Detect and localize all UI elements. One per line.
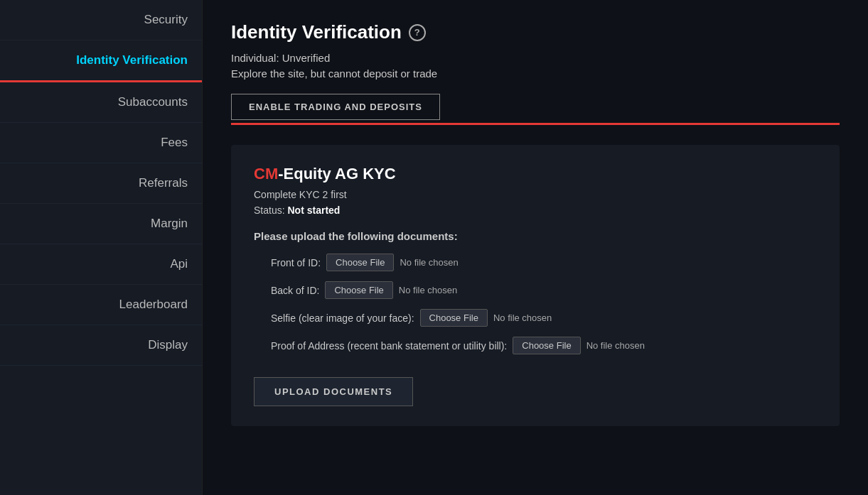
proof-address-no-file: No file chosen (586, 340, 645, 351)
back-id-label: Back of ID: (271, 285, 319, 296)
kyc-status-value: Not started (287, 205, 340, 216)
sidebar-item-margin[interactable]: Margin (0, 204, 202, 244)
sidebar-item-fees[interactable]: Fees (0, 123, 202, 163)
status-line: Individual: Unverified (231, 52, 840, 64)
section-divider (231, 123, 840, 125)
sidebar-item-display[interactable]: Display (0, 325, 202, 366)
proof-address-choose-file-button[interactable]: Choose File (513, 337, 580, 354)
selfie-file-input: Choose File No file chosen (420, 309, 552, 327)
list-item: Back of ID: Choose File No file chosen (271, 281, 817, 299)
list-item: Selfie (clear image of your face): Choos… (271, 309, 817, 327)
selfie-choose-file-button[interactable]: Choose File (420, 309, 488, 327)
upload-documents-button[interactable]: UPLOAD DOCUMENTS (254, 377, 413, 406)
back-id-no-file: No file chosen (399, 285, 457, 295)
list-item: Front of ID: Choose File No file chosen (271, 254, 817, 271)
front-id-label: Front of ID: (271, 257, 321, 268)
proof-address-label: Proof of Address (recent bank statement … (271, 340, 507, 352)
proof-address-file-input: Choose File No file chosen (513, 337, 645, 354)
document-list: Front of ID: Choose File No file chosen … (254, 254, 817, 354)
sidebar-item-api[interactable]: Api (0, 244, 202, 285)
sidebar-item-identity-verification[interactable]: Identity Verification (0, 40, 202, 82)
kyc-complete-note: Complete KYC 2 first (254, 189, 817, 200)
selfie-label: Selfie (clear image of your face): (271, 312, 414, 324)
selfie-no-file: No file chosen (493, 312, 552, 323)
front-id-file-input: Choose File No file chosen (326, 254, 459, 271)
kyc-status: Status: Not started (254, 205, 817, 216)
front-id-choose-file-button[interactable]: Choose File (326, 254, 394, 271)
main-content: Identity Verification ? Individual: Unve… (203, 0, 868, 495)
sidebar-item-leaderboard[interactable]: Leaderboard (0, 285, 202, 325)
sidebar-item-security[interactable]: Security (0, 0, 202, 40)
help-icon[interactable]: ? (409, 24, 426, 41)
sidebar-item-referrals[interactable]: Referrals (0, 163, 202, 204)
kyc-status-label: Status: (254, 205, 285, 216)
kyc-title-suffix: -Equity AG KYC (278, 165, 395, 183)
kyc-section: CM-Equity AG KYC Complete KYC 2 first St… (231, 145, 840, 426)
list-item: Proof of Address (recent bank statement … (271, 337, 817, 354)
page-title-row: Identity Verification ? (231, 21, 840, 43)
upload-prompt: Please upload the following documents: (254, 230, 817, 242)
enable-trading-button[interactable]: ENABLE TRADING AND DEPOSITS (231, 94, 440, 120)
sidebar-item-subaccounts[interactable]: Subaccounts (0, 82, 202, 123)
back-id-choose-file-button[interactable]: Choose File (325, 281, 392, 299)
front-id-no-file: No file chosen (400, 257, 458, 268)
back-id-file-input: Choose File No file chosen (325, 281, 457, 299)
status-subtitle: Explore the site, but cannot deposit or … (231, 67, 840, 80)
page-title: Identity Verification (231, 21, 402, 43)
kyc-title-prefix: CM (254, 165, 278, 183)
kyc-title: CM-Equity AG KYC (254, 165, 817, 183)
sidebar: Security Identity Verification Subaccoun… (0, 0, 203, 495)
